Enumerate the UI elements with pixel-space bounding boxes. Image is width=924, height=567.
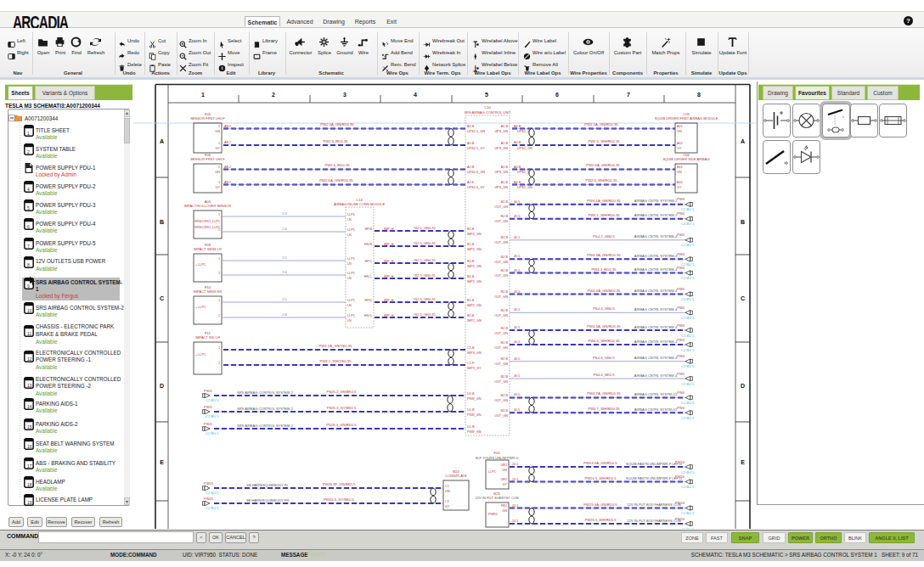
svg-text:SLF YOURS UNLIM PWR-U: SLF YOURS UNLIM PWR-U bbox=[476, 456, 519, 460]
svg-text:PS05: PS05 bbox=[204, 389, 213, 393]
svg-text:AIRBAG INLINE CONN MODULE: AIRBAG INLINE CONN MODULE bbox=[334, 202, 386, 206]
svg-text:LN: LN bbox=[347, 277, 352, 280]
svg-text:PS4.6_GN0.5: PS4.6_GN0.5 bbox=[593, 356, 616, 360]
svg-text:UPS2.6_GY: UPS2.6_GY bbox=[467, 186, 485, 189]
svg-text:17: 17 bbox=[27, 463, 32, 469]
svg-text:1: 1 bbox=[218, 257, 220, 261]
svg-text:LLP1: LLP1 bbox=[347, 257, 355, 261]
svg-text:GN: GN bbox=[677, 130, 682, 133]
svg-text:4: 4 bbox=[414, 92, 417, 98]
svg-text:AIRBAG CNTRL SYSTEM-4: AIRBAG CNTRL SYSTEM-4 bbox=[634, 340, 678, 344]
svg-text:40.5: 40.5 bbox=[514, 340, 520, 344]
svg-text:B2.B: B2.B bbox=[501, 255, 509, 259]
svg-text:PW4: PW4 bbox=[677, 233, 685, 237]
svg-text:PW25.5A_GN/RD0.5: PW25.5A_GN/RD0.5 bbox=[583, 502, 617, 507]
svg-text:HN.D: HN.D bbox=[364, 314, 373, 317]
svg-text:C14: C14 bbox=[356, 198, 363, 202]
svg-text:B2.B: B2.B bbox=[501, 357, 509, 361]
svg-text:CONN/PLATE: CONN/PLATE bbox=[445, 474, 467, 478]
svg-text:B2.B: B2.B bbox=[501, 236, 509, 239]
svg-text:IMP2_GN: IMP2_GN bbox=[467, 233, 482, 236]
svg-text:B02: B02 bbox=[677, 181, 683, 184]
svg-text:40.5: 40.5 bbox=[514, 374, 520, 378]
svg-text:7: 7 bbox=[627, 92, 630, 98]
svg-text:GY: GY bbox=[216, 186, 221, 189]
svg-text:1: 1 bbox=[218, 299, 220, 302]
svg-text:OUT_GN: OUT_GN bbox=[494, 274, 508, 278]
svg-text:PSW_GN: PSW_GN bbox=[467, 430, 482, 434]
svg-text:PS4.4_GN0.5: PS4.4_GN0.5 bbox=[593, 306, 616, 311]
svg-text:PW24: PW24 bbox=[675, 474, 685, 479]
svg-text:C1.F: C1.F bbox=[467, 362, 475, 365]
svg-text:AB.2: AB.2 bbox=[224, 166, 231, 169]
svg-text:C2 BU 5: C2 BU 5 bbox=[206, 431, 219, 435]
svg-text:B2.B: B2.B bbox=[501, 269, 509, 272]
svg-text:SB HARN/SQUIB/BODY FL: SB HARN/SQUIB/BODY FL bbox=[246, 483, 289, 487]
svg-text:PS05.3_GY/BK0.5: PS05.3_GY/BK0.5 bbox=[327, 406, 357, 410]
svg-text:OUT_GN: OUT_GN bbox=[494, 399, 508, 402]
svg-text:40.5: 40.5 bbox=[514, 255, 520, 258]
svg-text:LLP1: LLP1 bbox=[347, 272, 355, 275]
svg-text:PW4.5A_GN/RD0.35: PW4.5A_GN/RD0.35 bbox=[587, 324, 621, 328]
svg-text:C2 BU 5: C2 BU 5 bbox=[681, 348, 695, 352]
svg-text:AIRBAG CNTRL SYSTEM-4: AIRBAG CNTRL SYSTEM-4 bbox=[634, 307, 678, 312]
svg-text:D1.B: D1.B bbox=[467, 425, 475, 429]
svg-text:C2 BU 5: C2 BU 5 bbox=[206, 506, 219, 510]
svg-text:IMP_H: IMP_H bbox=[384, 227, 394, 231]
svg-text:PW25.5_WH/RD0.5: PW25.5_WH/RD0.5 bbox=[584, 518, 617, 522]
svg-text:LN: LN bbox=[347, 262, 352, 266]
svg-text:PW2.6_WH/RD0.35: PW2.6_WH/RD0.35 bbox=[585, 178, 617, 182]
svg-text:GY: GY bbox=[503, 483, 508, 486]
svg-text:PS05: PS05 bbox=[204, 422, 213, 426]
svg-text:OUT_GN: OUT_GN bbox=[494, 414, 508, 418]
svg-text:D: D bbox=[160, 383, 164, 389]
svg-text:OUT_GN: OUT_GN bbox=[494, 241, 508, 244]
svg-text:F09: F09 bbox=[205, 243, 211, 247]
svg-text:12V IN-PUT BODYHARNESS CON: 12V IN-PUT BODYHARNESS CON bbox=[627, 519, 680, 523]
svg-text:OUT_GN: OUT_GN bbox=[494, 295, 508, 299]
svg-text:AIRBAG CNTRL SYSTEM-4: AIRBAG CNTRL SYSTEM-4 bbox=[634, 267, 678, 272]
svg-text:2.5: 2.5 bbox=[282, 298, 286, 301]
svg-text:C: C bbox=[160, 295, 164, 301]
svg-text:C2 BU 5: C2 BU 5 bbox=[681, 382, 695, 386]
svg-text:B1.B: B1.B bbox=[467, 260, 475, 263]
svg-text:B01: B01 bbox=[677, 166, 683, 169]
svg-text:IMP_H: IMP_H bbox=[384, 243, 394, 246]
svg-text:PW2.6A_GN/RD0.35: PW2.6A_GN/RD0.35 bbox=[319, 178, 353, 182]
svg-text:40.5: 40.5 bbox=[514, 269, 520, 272]
svg-text:LN: LN bbox=[347, 233, 352, 237]
svg-text:IMPACT SID LH: IMPACT SID LH bbox=[195, 335, 220, 340]
svg-text:PW24.5A_GN/RD0.5: PW24.5A_GN/RD0.5 bbox=[583, 461, 617, 465]
svg-text:IS2.5_GN0.35: IS2.5_GN0.35 bbox=[414, 241, 436, 245]
svg-text:40.5: 40.5 bbox=[514, 308, 520, 312]
svg-text:B2.B: B2.B bbox=[501, 309, 509, 312]
svg-text:2.6: 2.6 bbox=[282, 227, 286, 231]
svg-text:A1.B: A1.B bbox=[501, 142, 509, 145]
svg-text:GN: GN bbox=[502, 469, 507, 472]
svg-text:D1.B: D1.B bbox=[467, 392, 475, 396]
svg-text:5: 5 bbox=[27, 205, 30, 211]
svg-text:18: 18 bbox=[27, 482, 32, 487]
svg-text:24.5: 24.5 bbox=[512, 519, 518, 523]
svg-text:PW4: PW4 bbox=[677, 252, 685, 256]
svg-text:SENSOR FRNT LH/LF: SENSOR FRNT LH/LF bbox=[190, 116, 225, 121]
svg-text:GN: GN bbox=[445, 490, 450, 493]
svg-text:UPS_GN: UPS_GN bbox=[494, 130, 508, 133]
svg-text:OUT_GN: OUT_GN bbox=[494, 380, 508, 384]
svg-text:AIRBAG CNTRL SYSTEM-4: AIRBAG CNTRL SYSTEM-4 bbox=[634, 289, 678, 293]
svg-text:LLP1: LLP1 bbox=[347, 228, 355, 232]
svg-text:+ LLP1: + LLP1 bbox=[195, 263, 206, 267]
svg-text:14: 14 bbox=[27, 404, 32, 409]
svg-text:A1.B: A1.B bbox=[467, 125, 475, 128]
svg-text:12V IN-PUT BODYHARNESS CON: 12V IN-PUT BODYHARNESS CON bbox=[627, 502, 680, 507]
svg-text:SRS AIRBAG CONTROL SYSTEM-2: SRS AIRBAG CONTROL SYSTEM-2 bbox=[237, 407, 294, 411]
svg-text:SRS AIRBAG CONTROL SYSTEM-2: SRS AIRBAG CONTROL SYSTEM-2 bbox=[237, 424, 294, 428]
svg-text:C1.B: C1.B bbox=[467, 346, 475, 350]
svg-text:C05: C05 bbox=[683, 112, 690, 116]
svg-text:A4.B: A4.B bbox=[514, 125, 521, 128]
svg-text:OUT_GN: OUT_GN bbox=[494, 205, 508, 209]
svg-text:15: 15 bbox=[27, 424, 32, 429]
svg-text:40.5: 40.5 bbox=[514, 408, 520, 412]
svg-text:PW4.7A_GN/RD0.35: PW4.7A_GN/RD0.35 bbox=[587, 391, 621, 396]
svg-text:GN: GN bbox=[215, 130, 220, 133]
